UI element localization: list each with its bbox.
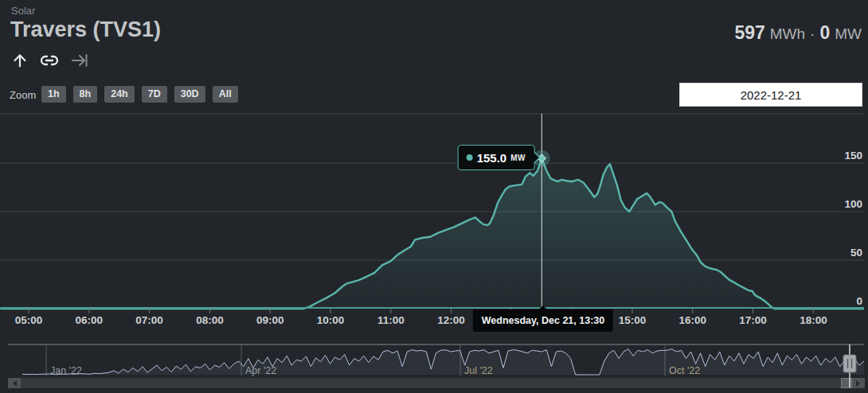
skip-to-latest-icon[interactable] [70,51,89,70]
svg-text:12:00: 12:00 [437,314,465,326]
zoom-button-24h[interactable]: 24h [104,86,135,103]
energy-value: 597 [734,22,764,44]
svg-text:150: 150 [844,150,862,161]
date-input[interactable] [679,83,862,107]
link-icon[interactable] [39,51,60,70]
svg-text:Jul '22: Jul '22 [464,365,493,376]
plant-category: Solar [11,5,35,17]
svg-text:05:00: 05:00 [15,314,43,326]
svg-text:10:00: 10:00 [317,314,345,326]
series-dot-icon [467,154,473,161]
svg-text:16:00: 16:00 [679,314,707,326]
svg-text:11:00: 11:00 [377,314,405,326]
zoom-button-7d[interactable]: 7D [142,86,167,103]
zoom-button-all[interactable]: All [213,86,238,103]
main-chart[interactable]: 05:0006:0007:0008:0009:0010:0011:0012:00… [0,111,868,338]
svg-text:18:00: 18:00 [800,314,827,326]
power-value: 0 [819,22,830,44]
scrollbar-track[interactable] [8,378,865,388]
up-arrow-icon[interactable] [11,51,29,70]
scrollbar-thumb[interactable] [841,378,852,388]
solar-plant-dashboard: Solar Travers (TVS1) 597 MWh · 0 MW Zoom… [0,0,868,393]
right-triangle-icon [856,380,863,387]
zoom-button-1h[interactable]: 1h [41,86,66,103]
svg-text:0: 0 [856,295,862,307]
svg-text:100: 100 [844,198,862,210]
header-actions [11,51,89,70]
svg-text:15:00: 15:00 [619,314,647,326]
left-triangle-icon [10,380,17,387]
scrollbar-left-button[interactable] [8,378,21,388]
chart-tooltip: 155.0 MW [458,145,535,170]
zoom-button-8h[interactable]: 8h [73,86,98,103]
tooltip-value: 155.0 [477,151,507,165]
zoom-button-30d[interactable]: 30D [174,86,205,103]
svg-text:Oct '22: Oct '22 [669,365,700,376]
svg-text:09:00: 09:00 [256,314,284,326]
svg-text:50: 50 [850,247,862,259]
svg-text:06:00: 06:00 [76,314,104,326]
svg-text:Apr '22: Apr '22 [245,365,276,376]
stats-separator: · [810,25,815,43]
crosshair-date-label: Wednesday, Dec 21, 13:30 [473,309,613,332]
tooltip-unit: MW [510,154,526,162]
page-title: Travers (TVS1) [10,18,161,42]
svg-text:08:00: 08:00 [196,314,224,326]
zoom-label: Zoom [10,89,36,101]
zoom-button-group: 1h 8h 24h 7D 30D All [41,86,238,103]
scrollbar-right-button[interactable] [852,378,865,388]
power-unit: MW [835,25,862,43]
svg-text:17:00: 17:00 [739,314,767,326]
energy-unit: MWh [770,25,805,43]
generation-stats: 597 MWh · 0 MW [734,22,862,44]
svg-text:Jan '22: Jan '22 [50,365,82,376]
svg-text:07:00: 07:00 [135,314,163,326]
